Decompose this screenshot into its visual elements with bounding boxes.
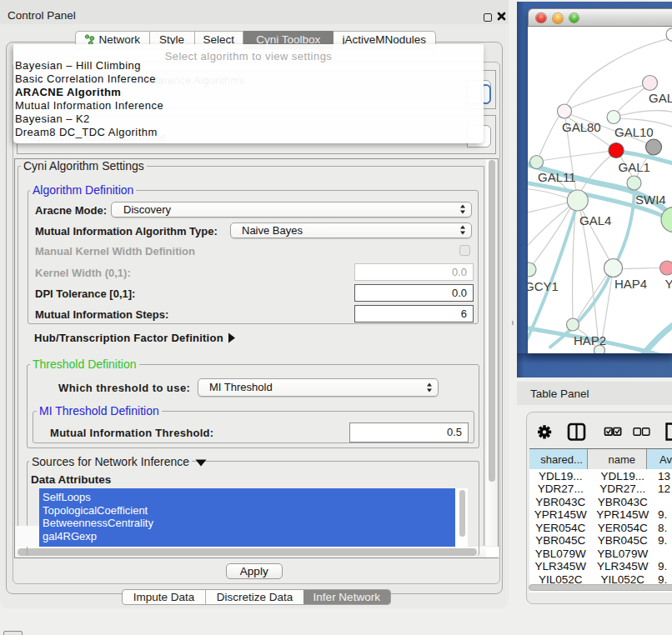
svg-text:GAL4: GAL4	[579, 212, 611, 227]
svg-text:GAL7: GAL7	[649, 90, 672, 104]
svg-text:HAP2: HAP2	[574, 332, 606, 347]
svg-text:GAL11: GAL11	[538, 169, 576, 183]
svg-text:GCY1: GCY1	[528, 278, 559, 292]
svg-text:SWI4: SWI4	[635, 192, 666, 206]
svg-text:HAP4: HAP4	[614, 277, 647, 291]
svg-text:YM: YM	[665, 277, 672, 291]
svg-text:GAL80: GAL80	[562, 119, 601, 133]
svg-text:GAL1: GAL1	[619, 159, 650, 173]
svg-text:GAL10: GAL10	[614, 124, 654, 138]
